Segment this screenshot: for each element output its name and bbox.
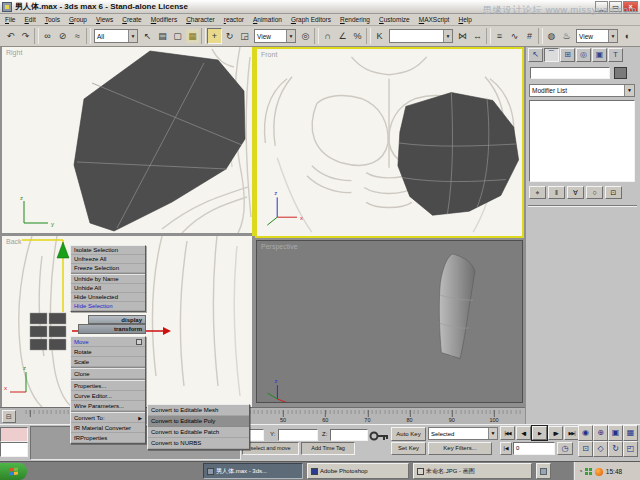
arc-rotate-button[interactable]: ↻ [608, 441, 623, 457]
go-to-end-button[interactable]: ▶▶| [564, 426, 579, 440]
menu-customize[interactable]: Customize [379, 16, 410, 23]
configure-modifier-sets-button[interactable]: ⊡ [605, 186, 622, 199]
menu-animation[interactable]: Animation [253, 16, 282, 23]
bind-spacewarp-icon[interactable]: ≈ [70, 28, 85, 44]
start-button[interactable] [0, 463, 27, 480]
menu-modifiers[interactable]: Modifiers [151, 16, 177, 23]
menu-item-curve-editor[interactable]: Curve Editor... [71, 391, 145, 401]
tray-program-icon[interactable] [585, 468, 593, 476]
select-link-icon[interactable]: ∞ [40, 28, 55, 44]
viewport-perspective-canvas[interactable]: z x [257, 241, 522, 402]
reference-coordinate-dropdown[interactable]: View▼ [254, 29, 296, 43]
tab-motion[interactable]: ◎ [576, 48, 591, 62]
menu-maxscript[interactable]: MAXScript [419, 16, 450, 23]
taskbar-3dsmax[interactable]: 男人体.max - 3ds... [203, 463, 303, 479]
modifier-stack-list[interactable] [529, 100, 635, 182]
menu-item-hide-unselected[interactable]: Hide Unselected [71, 293, 145, 302]
chevron-down-icon[interactable]: ▼ [128, 30, 137, 42]
tab-display[interactable]: ▣ [592, 48, 607, 62]
modifier-list-dropdown[interactable]: Modifier List ▼ [529, 84, 635, 97]
mirror-icon[interactable]: ⋈ [455, 28, 470, 44]
menu-item-rotate[interactable]: Rotate [71, 347, 145, 357]
quick-render-icon[interactable]: ◐ [620, 28, 635, 44]
settings-box-icon[interactable] [136, 339, 142, 345]
mesh-object[interactable] [74, 51, 245, 231]
viewport-perspective-label[interactable]: Perspective [261, 243, 298, 250]
menu-graph-editors[interactable]: Graph Editors [291, 16, 331, 23]
chevron-down-icon[interactable]: ▼ [624, 85, 634, 96]
menu-item-scale[interactable]: Scale [71, 357, 145, 367]
viewport-front-label[interactable]: Front [261, 51, 277, 58]
region-zoom-button[interactable]: ⊡ [578, 441, 593, 457]
zoom-all-button[interactable]: ⊕ [593, 425, 608, 441]
add-time-tag[interactable]: Add Time Tag [301, 442, 355, 455]
material-editor-icon[interactable]: ◍ [544, 28, 559, 44]
selection-filter-dropdown[interactable]: All▼ [94, 29, 138, 43]
make-unique-button[interactable]: ∀ [567, 186, 584, 199]
menu-item-clone[interactable]: Clone [71, 369, 145, 379]
go-to-start-button[interactable]: |◀◀ [500, 426, 515, 440]
y-field[interactable] [278, 429, 318, 441]
auto-key-button[interactable]: Auto Key [391, 427, 426, 441]
curve-editor-icon[interactable]: ∿ [507, 28, 522, 44]
viewport-right-canvas[interactable]: z y [2, 47, 252, 233]
menu-item-freeze-selection[interactable]: Freeze Selection [71, 264, 145, 273]
menu-help[interactable]: Help [458, 16, 471, 23]
selected-mesh-edge-on[interactable] [30, 313, 66, 350]
menu-edit[interactable]: Edit [25, 16, 36, 23]
schematic-view-icon[interactable]: # [522, 28, 537, 44]
undo-icon[interactable]: ↶ [3, 28, 18, 44]
submenu-item-convert-to-editable-mesh[interactable]: Convert to Editable Mesh [148, 405, 249, 416]
unlink-icon[interactable]: ⊘ [55, 28, 70, 44]
menu-create[interactable]: Create [122, 16, 142, 23]
tray-clock-icon[interactable]: ◔ [578, 468, 583, 476]
go-to-start-small-button[interactable]: |◀ [500, 442, 512, 455]
menu-item-wire-parameters[interactable]: Wire Parameters... [71, 401, 145, 411]
chevron-down-icon[interactable]: ▼ [286, 30, 295, 42]
tab-utilities[interactable]: T [608, 48, 623, 62]
region-select-icon[interactable]: ▢ [170, 28, 185, 44]
align-icon[interactable]: ↔ [470, 28, 485, 44]
prev-frame-button[interactable]: ◀▮ [516, 426, 531, 440]
chevron-down-icon[interactable]: ▼ [443, 30, 452, 42]
zoom-extents-button[interactable]: ▣ [608, 425, 623, 441]
taskbar-paint[interactable]: 未命名.JPG - 画图 [413, 463, 532, 479]
viewport-front[interactable]: Front [255, 47, 524, 238]
remove-modifier-button[interactable]: ○ [586, 186, 603, 199]
taskbar-hidden-item[interactable] [536, 463, 551, 479]
taskbar-photoshop[interactable]: Adobe Photoshop [307, 463, 409, 479]
move-icon[interactable]: + [207, 28, 222, 44]
current-frame-field[interactable]: 0 [513, 442, 555, 455]
submenu-item-convert-to-editable-poly[interactable]: Convert to Editable Poly [148, 416, 249, 427]
viewport-right-label[interactable]: Right [6, 49, 22, 56]
menu-views[interactable]: Views [96, 16, 113, 23]
chevron-down-icon[interactable]: ▼ [488, 428, 497, 439]
keyboard-override-icon[interactable]: K [372, 28, 387, 44]
use-center-icon[interactable]: ◎ [298, 28, 313, 44]
menu-item-unfreeze-all[interactable]: Unfreeze All [71, 255, 145, 264]
menu-character[interactable]: Character [186, 16, 215, 23]
menu-tools[interactable]: Tools [45, 16, 60, 23]
menu-reactor[interactable]: reactor [224, 16, 244, 23]
menu-item-frproperties[interactable]: fRProperties [71, 433, 145, 443]
viewport-right[interactable]: Right [2, 47, 252, 233]
menu-rendering[interactable]: Rendering [340, 16, 370, 23]
menu-item-convert-to[interactable]: Convert To:▶ [71, 413, 145, 423]
render-scene-icon[interactable]: ♨ [559, 28, 574, 44]
chevron-down-icon[interactable]: ▼ [608, 30, 617, 42]
viewport-perspective[interactable]: Perspective [256, 240, 523, 403]
viewport-front-canvas[interactable]: z x [257, 49, 522, 236]
scale-icon[interactable]: ◲ [237, 28, 252, 44]
mesh-object[interactable] [398, 93, 519, 216]
pan-button[interactable]: ◇ [593, 441, 608, 457]
snap-toggle-icon[interactable]: ∩ [320, 28, 335, 44]
mesh-object[interactable] [439, 254, 475, 359]
next-frame-button[interactable]: ▮▶ [548, 426, 563, 440]
time-configuration-button[interactable]: ◷ [557, 442, 573, 455]
named-selection-dropdown[interactable]: ▼ [389, 29, 453, 43]
rotate-icon[interactable]: ↻ [222, 28, 237, 44]
zoom-button[interactable]: ◉ [578, 425, 593, 441]
window-crossing-icon[interactable]: ▦ [185, 28, 200, 44]
select-object-icon[interactable]: ↖ [140, 28, 155, 44]
maxscript-listener-white[interactable] [0, 442, 28, 457]
